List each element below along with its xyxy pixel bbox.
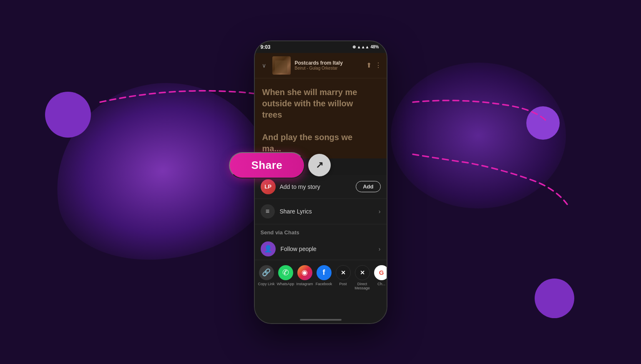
gmail-label: Ch... xyxy=(377,282,385,286)
status-icons: ⊛ ▲▲▲ 48% xyxy=(352,45,379,49)
lyrics-line3: trees xyxy=(262,110,282,119)
lyrics-line1: When she will marry me xyxy=(262,88,357,97)
album-art xyxy=(272,56,291,75)
direct-message-icon: ✕ xyxy=(355,265,370,280)
post-app[interactable]: ✕ Post xyxy=(334,265,352,286)
now-playing-bar[interactable]: ∨ Postcards from Italy Beirut - Gulag Or… xyxy=(255,53,387,78)
more-options-icon[interactable]: ⋮ xyxy=(375,61,382,69)
lyrics-area: When she will marry me outside with the … xyxy=(255,78,387,158)
song-info: Postcards from Italy Beirut - Gulag Orke… xyxy=(295,60,362,70)
phone-mockup: 9:03 ⊛ ▲▲▲ 48% ∨ Postcards from Italy Be… xyxy=(254,40,387,324)
whatsapp-label: WhatsApp xyxy=(277,282,294,286)
instagram-app[interactable]: ◉ Instagram xyxy=(296,265,314,286)
album-art-image xyxy=(272,56,291,75)
copy-link-label: Copy Link xyxy=(258,282,274,286)
album-art-figure xyxy=(275,60,287,73)
bg-circle-bottom-right xyxy=(535,279,574,318)
signal-icon: ▲▲▲ xyxy=(357,45,370,49)
direct-message-app[interactable]: ✕ Direct Message xyxy=(353,265,372,291)
follow-people-label: Follow people xyxy=(281,246,374,252)
status-time: 9:03 xyxy=(261,44,271,50)
whatsapp-icon: ✆ xyxy=(278,265,293,280)
gmail-app[interactable]: G Ch... xyxy=(372,265,387,286)
follow-icon-circle: 👤 xyxy=(261,241,276,256)
share-lyrics-icon-circle: ≡ xyxy=(261,204,275,218)
facebook-app[interactable]: f Facebook xyxy=(315,265,333,286)
song-title: Postcards from Italy xyxy=(295,60,362,66)
send-via-chats-header: Send via Chats xyxy=(255,224,387,238)
follow-chevron-icon: › xyxy=(379,246,381,252)
bluetooth-icon: ⊛ xyxy=(352,45,356,49)
lyrics-icon: ≡ xyxy=(266,208,269,215)
add-to-story-row[interactable]: LP Add to my story Add xyxy=(255,175,387,199)
user-avatar: LP xyxy=(261,179,276,194)
lyrics-line2: outside with the willow xyxy=(262,99,353,108)
lyrics-line5: ma... xyxy=(262,144,282,153)
home-indicator xyxy=(300,319,342,321)
battery-icon: 48% xyxy=(370,45,379,49)
instagram-icon: ◉ xyxy=(297,265,312,280)
share-lyrics-row[interactable]: ≡ Share Lyrics › xyxy=(255,199,387,224)
chevron-down-icon[interactable]: ∨ xyxy=(260,62,268,69)
arrow-up-right-icon: ↗ xyxy=(316,160,323,171)
story-label: Add to my story xyxy=(280,183,352,190)
share-apps-row: 🔗 Copy Link ✆ WhatsApp ◉ Instagram f Fac… xyxy=(255,260,387,294)
lyrics-line4: And play the songs we xyxy=(262,133,353,142)
share-overlay: Share ↗ xyxy=(229,152,331,178)
bg-blob-right xyxy=(391,63,566,208)
whatsapp-app[interactable]: ✆ WhatsApp xyxy=(277,265,295,286)
copy-link-icon: 🔗 xyxy=(259,265,274,280)
facebook-icon: f xyxy=(317,265,332,280)
now-playing-actions: ⬆ ⋮ xyxy=(366,61,382,69)
follow-people-icon: 👤 xyxy=(264,245,272,253)
share-lyrics-label: Share Lyrics xyxy=(280,208,374,215)
song-artist: Beirut - Gulag Orkestar xyxy=(295,66,362,70)
share-button[interactable]: Share xyxy=(229,152,305,178)
chevron-right-icon: › xyxy=(379,208,381,215)
bg-circle-left xyxy=(45,92,91,138)
share-icon[interactable]: ⬆ xyxy=(366,61,372,69)
copy-link-app[interactable]: 🔗 Copy Link xyxy=(257,265,276,286)
follow-people-row[interactable]: 👤 Follow people › xyxy=(255,238,387,260)
status-bar: 9:03 ⊛ ▲▲▲ 48% xyxy=(255,41,387,53)
bg-circle-top-right xyxy=(526,106,560,140)
post-label: Post xyxy=(339,282,347,286)
direct-message-label: Direct Message xyxy=(353,282,372,291)
share-bottom-sheet: LP Add to my story Add ≡ Share Lyrics › … xyxy=(255,175,387,323)
post-x-icon: ✕ xyxy=(336,265,351,280)
share-arrow-button[interactable]: ↗ xyxy=(308,154,331,176)
phone-screen: 9:03 ⊛ ▲▲▲ 48% ∨ Postcards from Italy Be… xyxy=(254,40,387,324)
lyrics-text: When she will marry me outside with the … xyxy=(262,87,379,154)
instagram-label: Instagram xyxy=(296,282,313,286)
facebook-label: Facebook xyxy=(316,282,332,286)
gmail-icon: G xyxy=(374,265,387,280)
add-story-button[interactable]: Add xyxy=(356,181,380,192)
